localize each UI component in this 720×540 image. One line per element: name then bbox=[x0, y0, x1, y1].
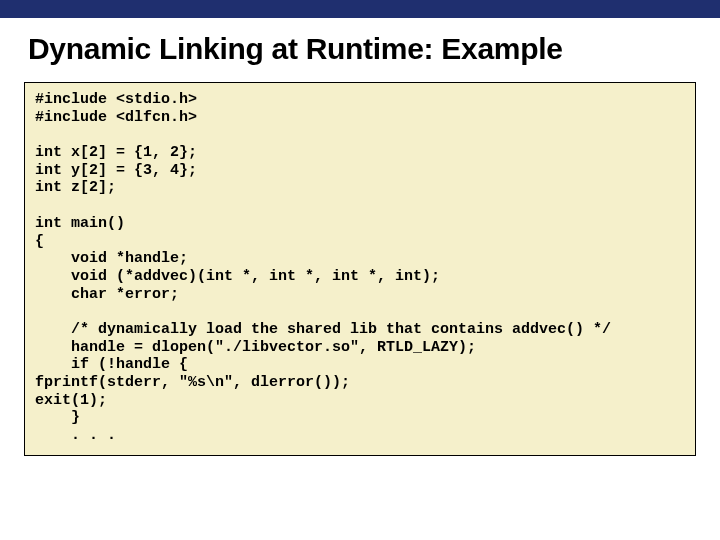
slide: Dynamic Linking at Runtime: Example #inc… bbox=[0, 0, 720, 540]
code-block: #include <stdio.h> #include <dlfcn.h> in… bbox=[24, 82, 696, 456]
slide-title: Dynamic Linking at Runtime: Example bbox=[0, 18, 720, 82]
top-bar bbox=[0, 0, 720, 18]
